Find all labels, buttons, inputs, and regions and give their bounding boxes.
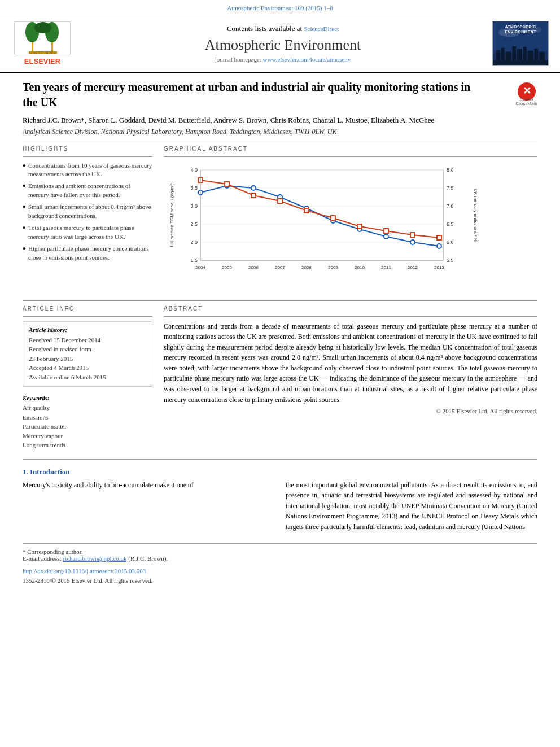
- crossmark-label: CrossMark: [515, 101, 537, 106]
- svg-text:2005: 2005: [222, 265, 232, 270]
- svg-rect-19: [539, 52, 545, 60]
- svg-point-59: [251, 186, 256, 190]
- svg-rect-74: [384, 229, 388, 233]
- svg-rect-75: [410, 233, 415, 237]
- elsevier-name: ELSEVIER: [24, 57, 60, 65]
- svg-rect-11: [496, 50, 500, 60]
- highlights-divider: [23, 156, 152, 157]
- intro-right-text: the most important global environmental …: [286, 480, 537, 532]
- svg-rect-17: [528, 51, 533, 60]
- svg-text:✕: ✕: [522, 85, 531, 97]
- abstract-label: ABSTRACT: [164, 305, 537, 312]
- journal-citation-link[interactable]: Atmospheric Environment 109 (2015) 1–8: [227, 5, 333, 11]
- svg-text:3.5: 3.5: [190, 185, 198, 191]
- svg-text:ATMOSPHERIC: ATMOSPHERIC: [505, 25, 536, 29]
- svg-point-64: [384, 234, 388, 239]
- svg-rect-71: [304, 208, 309, 213]
- svg-text:7.5: 7.5: [447, 185, 454, 191]
- divider-3: [23, 459, 537, 460]
- keyword-5: Long term trends: [23, 440, 152, 450]
- svg-rect-72: [331, 216, 335, 220]
- atmos-env-logo-svg: ATMOSPHERIC ENVIRONMENT: [492, 21, 549, 65]
- divider-2: [23, 300, 537, 301]
- revised-date: 23 February 2015: [29, 354, 146, 364]
- svg-text:4.0: 4.0: [190, 167, 198, 173]
- intro-left-text: Mercury's toxicity and ability to bio-ac…: [23, 480, 274, 491]
- email-suffix: (R.J.C. Brown).: [128, 555, 168, 562]
- keyword-4: Mercury vapour: [23, 431, 152, 441]
- accepted-date: Accepted 4 March 2015: [29, 363, 146, 373]
- elsevier-tree-svg: ELSEVIER: [15, 22, 71, 55]
- highlights-graphical-section: HIGHLIGHTS Concentrations from 10 years …: [23, 146, 537, 294]
- svg-text:2006: 2006: [248, 265, 259, 270]
- svg-text:6.5: 6.5: [447, 221, 454, 227]
- svg-rect-16: [523, 47, 527, 60]
- section-number: 1.: [23, 468, 28, 476]
- footnote-area: * Corresponding author. E-mail address: …: [23, 543, 537, 562]
- section-name: Introduction: [30, 468, 70, 476]
- svg-rect-68: [225, 182, 229, 186]
- svg-text:2007: 2007: [275, 265, 285, 270]
- intro-left-col: Mercury's toxicity and ability to bio-ac…: [23, 480, 274, 532]
- highlights-label: HIGHLIGHTS: [23, 146, 152, 152]
- svg-text:2011: 2011: [381, 265, 391, 270]
- keyword-1: Air quality: [23, 403, 152, 413]
- abstract-copyright: © 2015 Elsevier Ltd. All rights reserved…: [164, 408, 537, 414]
- article-history-box: Article history: Received 15 December 20…: [23, 321, 152, 387]
- email-link[interactable]: richard.brown@npl.co.uk: [63, 555, 126, 562]
- highlight-item-3: Small urban increments of about 0.4 ng/m…: [23, 203, 152, 221]
- email-line: E-mail address: richard.brown@npl.co.uk …: [23, 555, 537, 562]
- crossmark-badge[interactable]: ✕ CrossMark CrossMark: [515, 82, 537, 106]
- doi-link[interactable]: http://dx.doi.org/10.1016/j.atmosenv.201…: [23, 567, 146, 574]
- keyword-2: Emissions: [23, 413, 152, 422]
- keyword-3: Particulate matter: [23, 422, 152, 431]
- sciencedirect-link[interactable]: ScienceDirect: [304, 25, 339, 32]
- svg-text:7.0: 7.0: [447, 203, 454, 209]
- svg-text:3.0: 3.0: [190, 203, 198, 209]
- svg-rect-18: [534, 49, 538, 60]
- contents-available-text: Contents lists available at ScienceDirec…: [73, 24, 492, 33]
- article-info-column: ARTICLE INFO Article history: Received 1…: [23, 305, 152, 452]
- svg-text:ELSEVIER: ELSEVIER: [33, 51, 53, 55]
- svg-text:2004: 2004: [195, 265, 205, 270]
- elsevier-logo-image: ELSEVIER: [14, 21, 71, 55]
- keywords-title: Keywords:: [23, 395, 152, 401]
- svg-text:UK mercury emissions / %: UK mercury emissions / %: [473, 189, 478, 242]
- svg-rect-73: [357, 224, 362, 229]
- svg-text:2010: 2010: [355, 265, 365, 270]
- svg-point-5: [34, 22, 51, 33]
- svg-text:2008: 2008: [301, 265, 312, 270]
- article-info-label: ARTICLE INFO: [23, 305, 152, 312]
- elsevier-logo: ELSEVIER ELSEVIER: [11, 21, 73, 65]
- svg-text:5.5: 5.5: [447, 257, 454, 263]
- article-title: Ten years of mercury measurement at urba…: [23, 80, 485, 110]
- graphical-abstract-label: GRAPHICAL ABSTRACT: [164, 146, 537, 152]
- svg-rect-20: [493, 60, 548, 65]
- graphical-abstract-divider: [164, 156, 537, 157]
- svg-text:1.5: 1.5: [190, 257, 198, 263]
- intro-right-col: the most important global environmental …: [286, 480, 537, 532]
- journal-header: ELSEVIER ELSEVIER Contents lists availab…: [0, 15, 560, 73]
- journal-title: Atmospheric Environment: [73, 37, 492, 54]
- svg-rect-76: [437, 235, 441, 240]
- abstract-column: ABSTRACT Concentrations and trends from …: [164, 305, 537, 452]
- svg-rect-70: [278, 199, 282, 203]
- abstract-divider: [164, 316, 537, 317]
- svg-text:2009: 2009: [328, 265, 338, 270]
- received-revised-label: Received in revised form: [29, 344, 146, 354]
- received-date: Received 15 December 2014: [29, 335, 146, 345]
- graph-area: 4.0 3.5 3.0 2.5 2.0 1.5 8.0 7.5 7.0 6.5 …: [164, 161, 537, 294]
- crossmark-icon-svg: ✕ CrossMark: [517, 82, 536, 101]
- highlight-item-4: Total gaseous mercury to particulate pha…: [23, 224, 152, 242]
- svg-text:6.0: 6.0: [447, 239, 454, 245]
- svg-text:8.0: 8.0: [447, 167, 454, 173]
- info-abstract-section: ARTICLE INFO Article history: Received 1…: [23, 305, 537, 452]
- abstract-text: Concentrations and trends from a decade …: [164, 321, 537, 405]
- highlights-list: Concentrations from 10 years of gaseous …: [23, 161, 152, 263]
- article-info-divider: [23, 316, 152, 317]
- affiliation: Analytical Science Division, National Ph…: [23, 128, 537, 136]
- history-title: Article history:: [29, 326, 146, 333]
- highlight-item-1: Concentrations from 10 years of gaseous …: [23, 161, 152, 180]
- journal-homepage-link[interactable]: www.elsevier.com/locate/atmosenv: [263, 56, 351, 63]
- graphical-abstract-chart: 4.0 3.5 3.0 2.5 2.0 1.5 8.0 7.5 7.0 6.5 …: [167, 164, 483, 289]
